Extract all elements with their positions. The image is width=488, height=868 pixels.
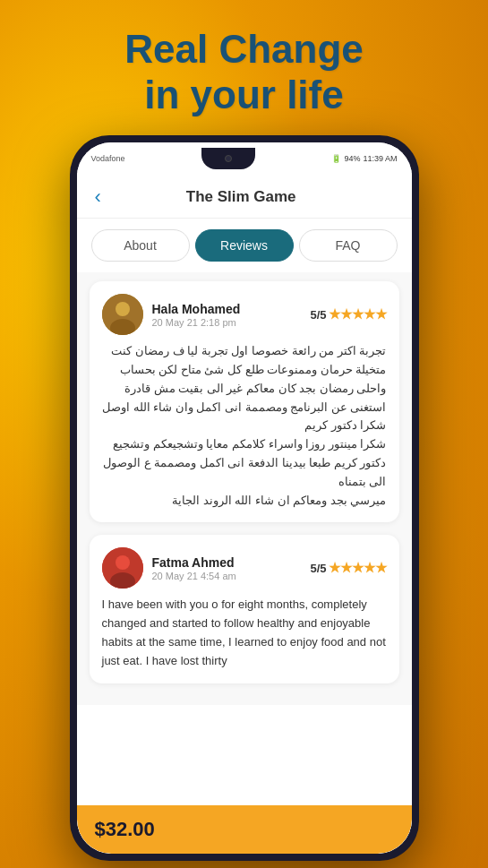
svg-point-4	[116, 555, 130, 570]
review-body-1: تجربة اكتر من رائعة خصوصا اول تجربة ليا …	[102, 342, 387, 510]
reviewer-name-2: Fatma Ahmed	[152, 555, 311, 570]
rating-score-1: 5/5	[310, 308, 326, 322]
battery-label: 94%	[344, 154, 360, 163]
tab-about[interactable]: About	[91, 229, 190, 262]
top-nav: ‹ The Slim Game	[77, 173, 412, 219]
review-rating-2: 5/5 ★★★★★	[310, 560, 386, 576]
battery-icon: 🔋	[331, 154, 341, 163]
avatar-hala	[102, 294, 143, 335]
review-rating-1: 5/5 ★★★★★	[310, 306, 386, 322]
camera-dot	[225, 155, 232, 162]
page-title: The Slim Game	[110, 188, 372, 206]
rating-score-2: 5/5	[310, 562, 326, 575]
svg-point-1	[116, 302, 130, 316]
reviewer-name-1: Hala Mohamed	[152, 302, 311, 316]
time-label: 11:39 AM	[363, 154, 397, 163]
app-content: ‹ The Slim Game About Reviews FAQ	[77, 173, 412, 854]
tab-reviews[interactable]: Reviews	[195, 229, 294, 262]
stars-2: ★★★★★	[329, 560, 387, 576]
notch	[201, 148, 255, 169]
reviews-list: Hala Mohamed 20 May 21 2:18 pm 5/5 ★★★★★…	[77, 272, 412, 704]
review-header-2: Fatma Ahmed 20 May 21 4:54 am 5/5 ★★★★★	[102, 547, 387, 589]
hero-line1: Real Change	[124, 27, 364, 71]
reviewer-info-1: Hala Mohamed 20 May 21 2:18 pm	[152, 302, 311, 328]
back-button[interactable]: ‹	[95, 185, 101, 209]
price-label: $32.00	[95, 818, 155, 840]
hero-line2: in your life	[144, 73, 343, 116]
reviewer-info-2: Fatma Ahmed 20 May 21 4:54 am	[152, 555, 311, 581]
review-body-2: I have been with you o for eight months,…	[102, 596, 387, 670]
phone-frame: Vodafone 🔋 94% 11:39 AM ‹ The Slim Game …	[70, 135, 419, 861]
phone-screen: Vodafone 🔋 94% 11:39 AM ‹ The Slim Game …	[77, 142, 412, 854]
hero-header: Real Change in your life	[0, 0, 488, 135]
tab-faq[interactable]: FAQ	[299, 229, 398, 262]
price-bar[interactable]: $32.00	[77, 805, 412, 854]
status-right: 🔋 94% 11:39 AM	[331, 154, 397, 163]
tabs-bar: About Reviews FAQ	[77, 219, 412, 272]
carrier-label: Vodafone	[91, 154, 125, 163]
review-date-1: 20 May 21 2:18 pm	[152, 317, 311, 328]
avatar-fatma	[102, 547, 143, 589]
review-header-1: Hala Mohamed 20 May 21 2:18 pm 5/5 ★★★★★	[102, 294, 387, 335]
stars-1: ★★★★★	[329, 306, 387, 322]
status-bar: Vodafone 🔋 94% 11:39 AM	[77, 142, 412, 173]
review-card-2: Fatma Ahmed 20 May 21 4:54 am 5/5 ★★★★★ …	[90, 535, 399, 683]
review-date-2: 20 May 21 4:54 am	[152, 571, 311, 581]
review-card-1: Hala Mohamed 20 May 21 2:18 pm 5/5 ★★★★★…	[90, 281, 399, 522]
